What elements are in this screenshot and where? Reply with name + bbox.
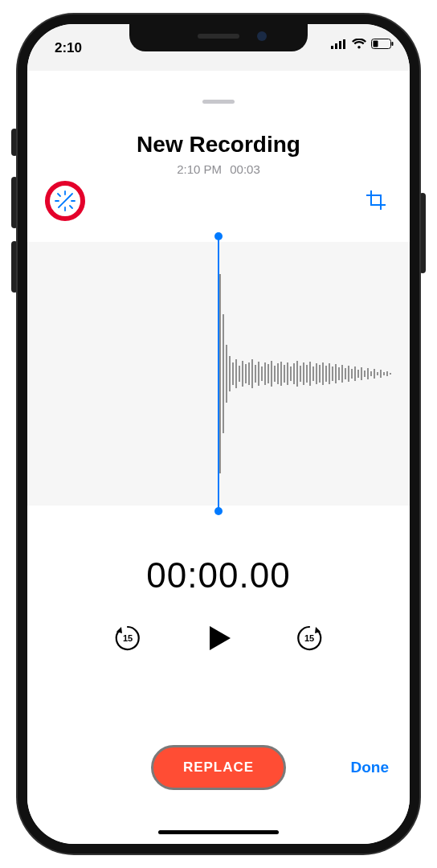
svg-line-13 [58, 194, 60, 196]
volume-down-button [11, 241, 18, 293]
front-camera [257, 31, 267, 41]
recording-title[interactable]: New Recording [27, 132, 410, 158]
skip-back-button[interactable]: 15 [112, 622, 144, 654]
replace-button-label: REPLACE [183, 760, 254, 776]
recording-time: 2:10 PM [177, 162, 222, 176]
svg-marker-70 [210, 626, 231, 650]
home-indicator[interactable] [158, 830, 279, 834]
bottom-actions: REPLACE Done [27, 741, 410, 794]
device-frame: 2:10 New Recording 2:10 PM 00:03 [18, 14, 419, 854]
magic-wand-icon [54, 190, 76, 212]
play-button[interactable] [200, 620, 237, 657]
waveform-area[interactable] [27, 229, 410, 518]
recording-duration: 00:03 [230, 162, 260, 176]
status-icons [331, 39, 394, 49]
crop-icon [366, 190, 386, 211]
transport-controls: 15 15 [27, 620, 410, 657]
skip-forward-seconds: 15 [304, 633, 314, 643]
enhance-button[interactable] [54, 190, 76, 212]
play-icon [203, 623, 234, 653]
svg-rect-0 [331, 46, 333, 49]
power-button [419, 193, 426, 273]
editor-sheet: New Recording 2:10 PM 00:03 [27, 88, 410, 844]
sheet-grabber[interactable] [202, 100, 235, 104]
skip-back-seconds: 15 [123, 633, 133, 643]
svg-rect-6 [392, 42, 394, 46]
svg-rect-5 [374, 41, 378, 47]
wifi-icon [352, 39, 366, 49]
playhead[interactable] [218, 237, 219, 510]
highlight-circle [45, 181, 85, 221]
edit-toolbar [27, 182, 410, 221]
svg-rect-1 [335, 43, 337, 49]
volume-up-button [11, 177, 18, 228]
waveform [218, 242, 395, 506]
done-button[interactable]: Done [351, 759, 390, 776]
recording-subtitle: 2:10 PM 00:03 [27, 162, 410, 176]
status-time: 2:10 [55, 40, 82, 56]
svg-line-7 [59, 196, 70, 207]
replace-button[interactable]: REPLACE [151, 745, 286, 790]
svg-line-12 [70, 206, 72, 208]
battery-icon [371, 39, 394, 49]
playhead-handle-top[interactable] [214, 232, 223, 240]
timer-display: 00:00.00 [27, 555, 410, 596]
skip-forward-button[interactable]: 15 [293, 622, 325, 654]
speaker-grille [198, 34, 239, 39]
svg-rect-3 [343, 39, 345, 49]
mute-switch [11, 129, 18, 156]
cellular-icon [331, 39, 347, 49]
svg-rect-2 [339, 41, 341, 49]
svg-line-14 [70, 194, 72, 196]
trim-button[interactable] [363, 187, 389, 213]
playhead-handle-bottom[interactable] [214, 507, 223, 515]
device-notch [129, 24, 308, 51]
